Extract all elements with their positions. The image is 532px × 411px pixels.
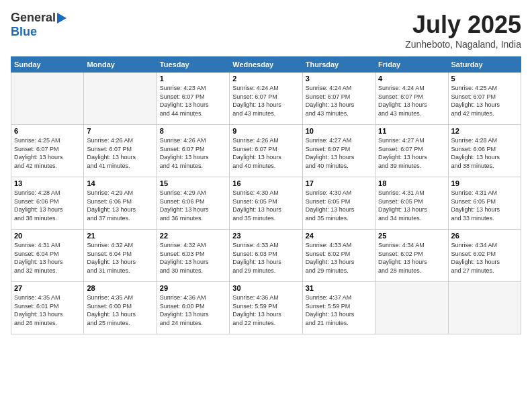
day-number: 28 <box>87 284 153 292</box>
day-info: Sunrise: 4:35 AMSunset: 6:01 PMDaylight:… <box>14 293 81 327</box>
day-number: 3 <box>306 75 372 83</box>
weekday-sunday: Sunday <box>11 57 84 73</box>
day-info: Sunrise: 4:34 AMSunset: 6:02 PMDaylight:… <box>378 241 445 275</box>
day-info: Sunrise: 4:25 AMSunset: 6:07 PMDaylight:… <box>451 84 518 118</box>
day-number: 30 <box>232 284 299 292</box>
day-info: Sunrise: 4:34 AMSunset: 6:02 PMDaylight:… <box>451 241 518 275</box>
day-info: Sunrise: 4:36 AMSunset: 5:59 PMDaylight:… <box>232 293 299 327</box>
calendar-page: General Blue July 2025 Zunheboto, Nagala… <box>0 0 532 411</box>
weekday-tuesday: Tuesday <box>157 57 229 73</box>
logo-arrow-icon <box>57 13 66 24</box>
day-info: Sunrise: 4:23 AMSunset: 6:07 PMDaylight:… <box>160 84 226 118</box>
day-info: Sunrise: 4:26 AMSunset: 6:07 PMDaylight:… <box>160 136 226 170</box>
day-number: 7 <box>87 127 153 135</box>
calendar-cell: 18Sunrise: 4:31 AMSunset: 6:05 PMDayligh… <box>375 177 448 230</box>
weekday-monday: Monday <box>84 57 157 73</box>
day-number: 29 <box>160 284 226 292</box>
calendar-cell: 4Sunrise: 4:24 AMSunset: 6:07 PMDaylight… <box>375 73 448 125</box>
day-info: Sunrise: 4:31 AMSunset: 6:05 PMDaylight:… <box>451 189 518 222</box>
day-info: Sunrise: 4:32 AMSunset: 6:04 PMDaylight:… <box>87 241 153 275</box>
day-info: Sunrise: 4:35 AMSunset: 6:00 PMDaylight:… <box>87 293 153 327</box>
day-number: 24 <box>306 232 372 240</box>
day-info: Sunrise: 4:29 AMSunset: 6:06 PMDaylight:… <box>87 189 153 222</box>
day-info: Sunrise: 4:27 AMSunset: 6:07 PMDaylight:… <box>306 136 372 170</box>
day-info: Sunrise: 4:27 AMSunset: 6:07 PMDaylight:… <box>378 136 445 170</box>
day-info: Sunrise: 4:28 AMSunset: 6:06 PMDaylight:… <box>451 136 518 170</box>
day-info: Sunrise: 4:26 AMSunset: 6:07 PMDaylight:… <box>87 136 153 170</box>
calendar-cell: 13Sunrise: 4:28 AMSunset: 6:06 PMDayligh… <box>11 177 84 230</box>
logo-blue-text: Blue <box>11 25 37 39</box>
day-number: 15 <box>160 179 226 187</box>
day-info: Sunrise: 4:30 AMSunset: 6:05 PMDaylight:… <box>306 189 372 222</box>
calendar-cell: 9Sunrise: 4:26 AMSunset: 6:07 PMDaylight… <box>230 125 302 177</box>
calendar-cell: 31Sunrise: 4:37 AMSunset: 5:59 PMDayligh… <box>302 282 375 334</box>
calendar-cell: 1Sunrise: 4:23 AMSunset: 6:07 PMDaylight… <box>157 73 229 125</box>
week-row-4: 20Sunrise: 4:31 AMSunset: 6:04 PMDayligh… <box>11 230 521 282</box>
calendar-cell: 2Sunrise: 4:24 AMSunset: 6:07 PMDaylight… <box>230 73 302 125</box>
day-number: 4 <box>378 75 445 83</box>
day-number: 14 <box>87 179 153 187</box>
day-number: 12 <box>451 127 518 135</box>
location-text: Zunheboto, Nagaland, India <box>405 39 521 50</box>
day-number: 9 <box>232 127 299 135</box>
calendar-cell: 20Sunrise: 4:31 AMSunset: 6:04 PMDayligh… <box>11 230 84 282</box>
day-info: Sunrise: 4:24 AMSunset: 6:07 PMDaylight:… <box>306 84 372 118</box>
weekday-wednesday: Wednesday <box>230 57 302 73</box>
calendar-cell: 29Sunrise: 4:36 AMSunset: 6:00 PMDayligh… <box>157 282 229 334</box>
weekday-header-row: SundayMondayTuesdayWednesdayThursdayFrid… <box>11 57 521 73</box>
day-number: 22 <box>160 232 226 240</box>
day-info: Sunrise: 4:31 AMSunset: 6:04 PMDaylight:… <box>14 241 81 275</box>
day-number: 11 <box>378 127 445 135</box>
title-block: July 2025 Zunheboto, Nagaland, India <box>405 11 521 50</box>
day-number: 23 <box>232 232 299 240</box>
day-number: 16 <box>232 179 299 187</box>
calendar-cell: 10Sunrise: 4:27 AMSunset: 6:07 PMDayligh… <box>302 125 375 177</box>
calendar-cell: 15Sunrise: 4:29 AMSunset: 6:06 PMDayligh… <box>157 177 229 230</box>
calendar-cell: 7Sunrise: 4:26 AMSunset: 6:07 PMDaylight… <box>84 125 157 177</box>
calendar-table: SundayMondayTuesdayWednesdayThursdayFrid… <box>11 56 521 334</box>
calendar-cell: 21Sunrise: 4:32 AMSunset: 6:04 PMDayligh… <box>84 230 157 282</box>
calendar-cell: 27Sunrise: 4:35 AMSunset: 6:01 PMDayligh… <box>11 282 84 334</box>
weekday-friday: Friday <box>375 57 448 73</box>
day-info: Sunrise: 4:30 AMSunset: 6:05 PMDaylight:… <box>232 189 299 222</box>
calendar-cell: 5Sunrise: 4:25 AMSunset: 6:07 PMDaylight… <box>448 73 521 125</box>
calendar-cell: 28Sunrise: 4:35 AMSunset: 6:00 PMDayligh… <box>84 282 157 334</box>
day-info: Sunrise: 4:26 AMSunset: 6:07 PMDaylight:… <box>232 136 299 170</box>
day-info: Sunrise: 4:28 AMSunset: 6:06 PMDaylight:… <box>14 189 81 222</box>
calendar-cell: 25Sunrise: 4:34 AMSunset: 6:02 PMDayligh… <box>375 230 448 282</box>
calendar-cell: 8Sunrise: 4:26 AMSunset: 6:07 PMDaylight… <box>157 125 229 177</box>
day-number: 8 <box>160 127 226 135</box>
day-number: 6 <box>14 127 81 135</box>
day-number: 26 <box>451 232 518 240</box>
weekday-saturday: Saturday <box>448 57 521 73</box>
day-info: Sunrise: 4:36 AMSunset: 6:00 PMDaylight:… <box>160 293 226 327</box>
day-info: Sunrise: 4:24 AMSunset: 6:07 PMDaylight:… <box>378 84 445 118</box>
calendar-cell: 17Sunrise: 4:30 AMSunset: 6:05 PMDayligh… <box>302 177 375 230</box>
day-info: Sunrise: 4:29 AMSunset: 6:06 PMDaylight:… <box>160 189 226 222</box>
week-row-5: 27Sunrise: 4:35 AMSunset: 6:01 PMDayligh… <box>11 282 521 334</box>
week-row-1: 1Sunrise: 4:23 AMSunset: 6:07 PMDaylight… <box>11 73 521 125</box>
day-number: 25 <box>378 232 445 240</box>
day-number: 17 <box>306 179 372 187</box>
day-number: 5 <box>451 75 518 83</box>
logo: General Blue <box>11 11 66 39</box>
week-row-2: 6Sunrise: 4:25 AMSunset: 6:07 PMDaylight… <box>11 125 521 177</box>
day-info: Sunrise: 4:32 AMSunset: 6:03 PMDaylight:… <box>160 241 226 275</box>
day-number: 13 <box>14 179 81 187</box>
calendar-cell: 6Sunrise: 4:25 AMSunset: 6:07 PMDaylight… <box>11 125 84 177</box>
calendar-cell: 23Sunrise: 4:33 AMSunset: 6:03 PMDayligh… <box>230 230 302 282</box>
header: General Blue July 2025 Zunheboto, Nagala… <box>11 11 521 50</box>
calendar-cell: 30Sunrise: 4:36 AMSunset: 5:59 PMDayligh… <box>230 282 302 334</box>
day-info: Sunrise: 4:33 AMSunset: 6:02 PMDaylight:… <box>306 241 372 275</box>
calendar-cell: 16Sunrise: 4:30 AMSunset: 6:05 PMDayligh… <box>230 177 302 230</box>
calendar-cell <box>84 73 157 125</box>
week-row-3: 13Sunrise: 4:28 AMSunset: 6:06 PMDayligh… <box>11 177 521 230</box>
calendar-cell: 24Sunrise: 4:33 AMSunset: 6:02 PMDayligh… <box>302 230 375 282</box>
calendar-cell: 19Sunrise: 4:31 AMSunset: 6:05 PMDayligh… <box>448 177 521 230</box>
calendar-cell: 12Sunrise: 4:28 AMSunset: 6:06 PMDayligh… <box>448 125 521 177</box>
day-info: Sunrise: 4:33 AMSunset: 6:03 PMDaylight:… <box>232 241 299 275</box>
day-number: 2 <box>232 75 299 83</box>
day-info: Sunrise: 4:24 AMSunset: 6:07 PMDaylight:… <box>232 84 299 118</box>
weekday-thursday: Thursday <box>302 57 375 73</box>
day-number: 27 <box>14 284 81 292</box>
